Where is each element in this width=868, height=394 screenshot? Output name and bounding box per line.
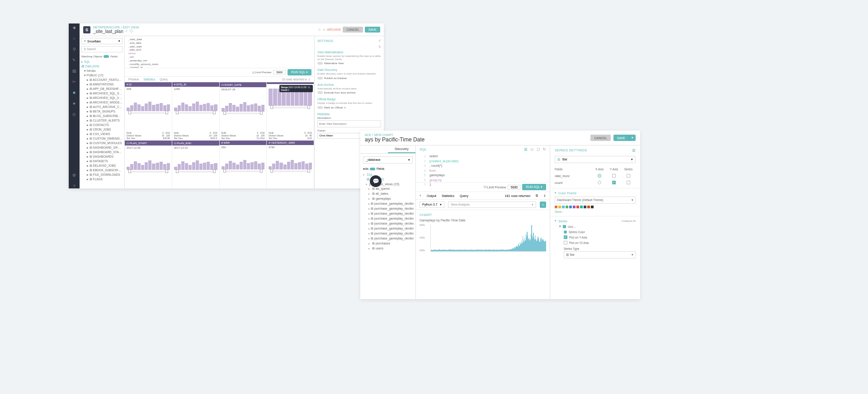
- tree-table[interactable]: ▸ ⊞ ACCOUNT_FEATURE_SETTI...: [80, 78, 123, 82]
- save-dropdown[interactable]: ▾: [629, 135, 636, 141]
- tree2-table[interactable]: ▸ ⊞ purchase_gameplay_deciles15...: [362, 231, 414, 236]
- date-trunc-xaxis-radio[interactable]: [598, 174, 601, 178]
- tree2-table[interactable]: ▸ ⊞ purchases: [362, 241, 414, 246]
- run-sql-button-2[interactable]: RUN SQL ▾: [522, 184, 546, 190]
- chevron-down-icon[interactable]: ▾: [420, 194, 421, 197]
- nav-scissors-icon[interactable]: ✂: [72, 80, 76, 84]
- limit-check-2[interactable]: ☑ Limit Preview: [484, 185, 506, 189]
- tree-sql-header[interactable]: ▸ SQL: [80, 60, 123, 64]
- chart-icon[interactable]: ▥: [632, 148, 636, 152]
- limit-preview-check[interactable]: ☑ Limit Preview: [252, 71, 272, 74]
- download-icon[interactable]: ⤓: [543, 194, 546, 197]
- color-swatch[interactable]: [587, 206, 590, 208]
- plot-y-check[interactable]: Plot on Y Axis: [564, 235, 636, 240]
- column-header[interactable]: # MRR: [220, 141, 267, 145]
- column-header[interactable]: # SITE_ID: [172, 82, 219, 87]
- color-swatch[interactable]: [558, 206, 561, 208]
- tree2-table[interactable]: ▸ ⊞ purchase_gameplay_deciles15...: [362, 216, 414, 221]
- plot-y2-check[interactable]: Plot on Y2 Axis: [564, 240, 636, 245]
- save-button-2[interactable]: SAVE: [613, 135, 629, 141]
- color-swatch[interactable]: [573, 206, 576, 208]
- tab-statistics[interactable]: Statistics: [143, 78, 155, 81]
- materialize-toggle[interactable]: Materialize View: [317, 62, 381, 65]
- run-sql-button[interactable]: RUN SQL ▾: [288, 69, 311, 75]
- breadcrumb[interactable]: METAPERISCOPE / EDIT VIEW: [93, 26, 139, 29]
- star-icon[interactable]: ☆: [318, 28, 321, 32]
- tree-heroku[interactable]: ▾ heroku: [80, 69, 123, 73]
- database-select[interactable]: ❄Snowflake▾: [81, 38, 123, 44]
- settings-icon[interactable]: ▢: [537, 147, 540, 151]
- color-swatch[interactable]: [580, 206, 583, 208]
- breadcrumb-2[interactable]: ACE / NEW CHART: [365, 133, 425, 136]
- series-list-header[interactable]: ▾ SeriesCollapse All: [555, 219, 636, 223]
- tree-table[interactable]: ▸ ⊞ ANNOTATIONS: [80, 82, 123, 87]
- tree2-table[interactable]: ▸ ⊞ purchase_gameplay_deciles15...: [362, 211, 414, 216]
- sql-editor[interactable]: , start_date, end_date, plan_start, plan…: [125, 36, 314, 68]
- info-icon[interactable]: ⓘ: [130, 29, 133, 33]
- color-swatch[interactable]: [576, 206, 579, 208]
- archive-button[interactable]: ARCHIVE: [327, 28, 341, 31]
- nav-help-icon[interactable]: ?: [72, 184, 76, 188]
- save-button[interactable]: SAVE: [365, 27, 380, 33]
- tree-table[interactable]: ▸ ⊞ FILE_DOWNLOADS: [80, 173, 123, 177]
- column-header[interactable]: ⊡ PLAN_START: [125, 141, 172, 145]
- tree-table[interactable]: ▸ ⊞ CONTACTS: [80, 123, 123, 127]
- series-type-select[interactable]: ▥ Bar▾: [564, 251, 636, 258]
- exclude-archive-toggle[interactable]: Exclude from auto archive: [317, 91, 381, 94]
- column-header[interactable]: ⊡ PLAN_END: [172, 141, 219, 145]
- column-header[interactable]: # ID: [125, 82, 172, 87]
- tree-table[interactable]: ▸ ⊞ CUSTOM_DIMENSIONS: [80, 136, 123, 141]
- tree2-table[interactable]: ▸ ⊞ purchase_gameplay_deciles: [362, 201, 414, 206]
- tree-table[interactable]: ▸ ⊞ ARCHIVED_SQL_SNIPPETS: [80, 91, 123, 96]
- tree-table[interactable]: ▸ ⊞ ARCHIVED_WIDGETS: [80, 100, 123, 105]
- tree-table[interactable]: ▸ ⊞ APP_DB_REDSHIFT_METRICS: [80, 87, 123, 91]
- objects-toggle[interactable]: [104, 55, 109, 58]
- nav-edit-icon[interactable]: ✎: [72, 58, 76, 62]
- column-header[interactable]: ⊡ START_DATE: [220, 82, 267, 87]
- tab-query[interactable]: Query: [160, 78, 168, 81]
- tree2-table[interactable]: ▸ ⊞ purchase_gameplay_deciles15...: [362, 236, 414, 241]
- tree2-table[interactable]: ▸ ⊞ all_dates: [362, 191, 414, 196]
- color-swatch[interactable]: [591, 206, 594, 208]
- tree2-table[interactable]: ▸ ⊞ purchase_gameplay_deciles15...: [362, 206, 414, 211]
- cancel-button-2[interactable]: CANCEL: [590, 135, 610, 141]
- home-icon[interactable]: ⌂: [323, 28, 325, 32]
- tree-table[interactable]: ▸ ⊞ DASHBOARDS: [80, 155, 123, 159]
- save-theme-link[interactable]: Save...: [555, 210, 636, 213]
- nav-gear-icon[interactable]: ⚙: [72, 173, 76, 178]
- limit-value-2[interactable]: 5000: [508, 185, 520, 190]
- tree-table[interactable]: ▸ ⊞ CLUSTER_ALERTS: [80, 118, 123, 123]
- theme-select[interactable]: Dashboard Theme (Default Theme)▾: [555, 197, 636, 204]
- statistics-tab-2[interactable]: Statistics: [442, 194, 454, 197]
- tree2-table[interactable]: ▸ ⊞ purchase_gameplay_deciles15...: [362, 226, 414, 231]
- count-xaxis-radio[interactable]: [598, 181, 601, 184]
- tree-table[interactable]: ▸ ⊞ EBOOK_SUBSCRIBERS: [80, 168, 123, 173]
- tab-discovery[interactable]: Discovery: [388, 145, 415, 153]
- tree-table[interactable]: ▸ ⊞ CSV_VIEWS: [80, 132, 123, 136]
- date-trunc-series-check[interactable]: [627, 174, 630, 178]
- history-icon[interactable]: ↻: [378, 45, 381, 48]
- count-yaxis-check[interactable]: [612, 181, 616, 184]
- nav-star-icon[interactable]: ★: [72, 101, 76, 106]
- tree-table[interactable]: ▸ ⊞ ARCHIVED_SQL_VIEWS: [80, 96, 123, 100]
- count-series-check[interactable]: [627, 181, 630, 184]
- tree2-sql[interactable]: ▾ SQL: [362, 172, 414, 177]
- tree-table[interactable]: ▸ ⊞ DASHBOARD_GROUP_PERM...: [80, 145, 123, 150]
- nav-search-icon[interactable]: ⚲: [72, 47, 76, 52]
- code-mode-icon[interactable]: ▭: [530, 147, 534, 151]
- color-swatch[interactable]: [562, 206, 565, 208]
- color-swatch[interactable]: [569, 206, 572, 208]
- tree2-table[interactable]: ▸ ⊞ ad_spend: [362, 186, 414, 191]
- output-tab[interactable]: Output: [427, 194, 436, 197]
- add-analysis-button[interactable]: +: [540, 202, 546, 208]
- tab-preview[interactable]: Preview: [128, 78, 139, 81]
- color-swatch[interactable]: [584, 206, 586, 208]
- nav-bookmark-icon[interactable]: ■: [72, 90, 76, 95]
- history-icon-2[interactable]: ↻: [543, 147, 546, 151]
- color-theme-header[interactable]: ▾ Color Theme: [555, 191, 636, 195]
- tab-sql[interactable]: [360, 145, 388, 153]
- query-tab-2[interactable]: Query: [460, 194, 468, 197]
- tree-table[interactable]: ▸ ⊞ AUTO_ARCHIVE_CONFIGS: [80, 105, 123, 109]
- intercom-chat-icon[interactable]: 💬: [370, 175, 382, 187]
- tree-table[interactable]: ▸ ⊞ DASHBOARD_STARS: [80, 150, 123, 155]
